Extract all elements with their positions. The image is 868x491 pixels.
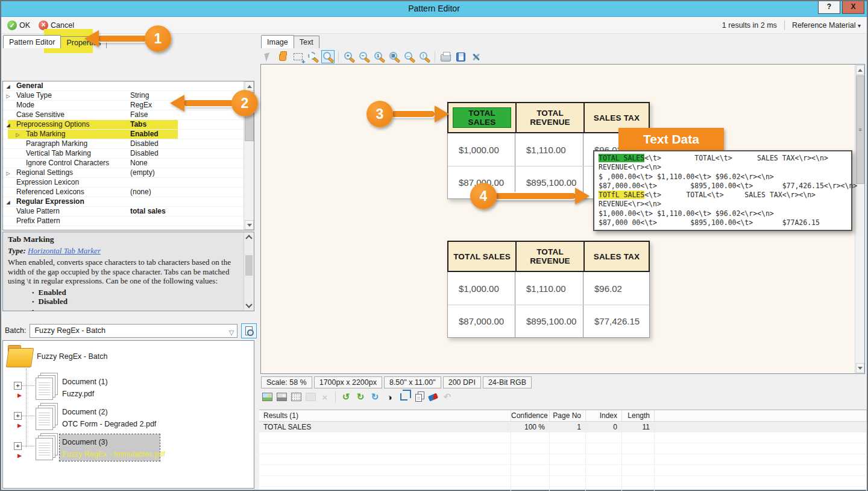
viewer-toolbar: + − 1 ⊞ ↔ ↕	[261, 49, 482, 64]
help-type-link[interactable]: Horizontal Tab Marker	[28, 246, 101, 255]
grayscale-image-icon[interactable]	[275, 391, 288, 403]
result-row[interactable]: TOTAL SALES 100 % 1 0 11	[259, 422, 867, 432]
pan-hand-icon[interactable]	[276, 50, 289, 63]
reference-material-dropdown[interactable]: Reference Material ▾	[792, 21, 861, 30]
expand-icon[interactable]: ◢	[6, 200, 10, 205]
property-row-ignore-control-characters[interactable]: Ignore Control CharactersNone	[3, 159, 254, 168]
print-icon[interactable]	[439, 50, 452, 63]
property-row-regular-expression[interactable]: ◢ Regular Expression	[3, 197, 254, 207]
property-row-paragraph-marking[interactable]: Paragraph MarkingDisabled	[3, 139, 254, 149]
expand-plus-icon[interactable]: +	[14, 382, 22, 390]
select-region-icon[interactable]	[291, 50, 304, 63]
rotate-left-icon[interactable]: ↺	[340, 391, 352, 403]
page-no-column-header[interactable]: Page No	[550, 410, 586, 421]
property-row-value-pattern[interactable]: Value Patterntotal sales	[3, 207, 254, 217]
document-title[interactable]: Document (3)	[62, 438, 108, 446]
batch-tree: Fuzzy RegEx - Batch + ▲ Document (1) Fuz…	[2, 340, 254, 489]
pattern-editor-window: Pattern Editor ? X ✓ OK × Cancel 1 resul…	[0, 0, 868, 491]
document-title[interactable]: Document (1)	[62, 378, 108, 386]
zoom-actual-icon[interactable]: 1	[373, 50, 386, 63]
tab-text[interactable]: Text	[294, 36, 319, 48]
zoom-out-icon[interactable]: −	[357, 50, 371, 63]
property-row-preprocessing-options[interactable]: ◢ Preprocessing OptionsTabs	[3, 120, 254, 130]
scroll-down-icon[interactable]	[245, 220, 254, 230]
scroll-down-icon[interactable]	[856, 363, 864, 373]
help-scrollbar[interactable]	[244, 232, 254, 311]
confidence-column-header[interactable]: Confidence	[511, 410, 550, 421]
callout-2-arrow	[183, 100, 234, 106]
ok-button[interactable]: ✓ OK	[7, 21, 30, 30]
collapse-icon[interactable]: ▷	[6, 93, 10, 99]
preview-document-button[interactable]	[241, 323, 257, 338]
color-image-icon[interactable]	[261, 391, 273, 403]
property-row-prefix-pattern[interactable]: Prefix Pattern	[3, 217, 254, 226]
image-disabled-icon	[304, 391, 316, 403]
callout-1: 1	[145, 25, 171, 52]
property-row-value-type[interactable]: ▷ Value TypeString	[3, 91, 254, 101]
pointer-icon[interactable]	[261, 50, 274, 63]
results-column-header[interactable]: Results (1)	[259, 410, 511, 421]
property-row-expression-lexicon[interactable]: Expression Lexicon	[3, 178, 254, 188]
close-button[interactable]: X	[842, 1, 864, 14]
zoom-fit-icon[interactable]: ⊞	[388, 50, 401, 63]
batch-combobox[interactable]: Fuzzy RegEx - Batch ▽	[30, 324, 237, 338]
zoom-region-icon[interactable]	[306, 50, 319, 63]
length-column-header[interactable]: Length	[622, 410, 655, 421]
callout-1-arrow	[98, 36, 147, 42]
callout-4-arrow	[495, 193, 576, 199]
document-viewer[interactable]: TOTAL SALES TOTAL REVENUE SALES TAX $1,0…	[260, 64, 865, 374]
pdf-icon: ▲	[16, 422, 24, 429]
scrollbar-thumb[interactable]	[245, 255, 253, 276]
expand-plus-icon[interactable]: +	[14, 412, 22, 420]
divider	[784, 21, 785, 30]
document-filename[interactable]: OTC Form - Degraded 2.pdf	[62, 420, 156, 428]
text-data-popup: TOTAL SALES<\t> TOTAL<\t> SALES TAX<\r><…	[593, 150, 852, 231]
results-header-row: Results (1) Confidence Page No Index Len…	[259, 410, 867, 422]
tab-image[interactable]: Image	[261, 35, 294, 48]
property-row-general[interactable]: ◢ General	[3, 81, 254, 91]
collapse-icon[interactable]: ▷	[16, 132, 19, 138]
tab-pattern-editor[interactable]: Pattern Editor	[3, 35, 61, 48]
property-row-vertical-tab-marking[interactable]: Vertical Tab MarkingDisabled	[3, 149, 254, 159]
rotate-right-icon[interactable]: ↻	[354, 391, 366, 403]
scroll-down-icon[interactable]	[245, 301, 252, 308]
expand-icon[interactable]: ◢	[6, 122, 10, 128]
filter-icon[interactable]: ▽	[229, 326, 234, 339]
property-row-case-sensitive[interactable]: Case SensitiveFalse	[3, 110, 254, 120]
index-column-header[interactable]: Index	[586, 410, 622, 421]
scrollbar-thumb[interactable]: ≡	[856, 75, 864, 184]
copy-page-icon[interactable]	[412, 391, 424, 403]
help-button[interactable]: ?	[818, 1, 840, 14]
zoom-in-icon[interactable]: +	[342, 50, 356, 63]
color-depth-status: 24-Bit RGB	[483, 376, 532, 388]
property-row-tab-marking[interactable]: ▷ Tab MarkingEnabled	[3, 130, 254, 139]
help-title: Tab Marking	[8, 235, 239, 244]
crop-icon[interactable]	[398, 391, 410, 403]
tree-item-document-2[interactable]: + ▲ Document (2) OTC Form - Degraded 2.p…	[3, 402, 254, 432]
tree-item-document-3-selected[interactable]: + ▲ Document (3) Fuzzy RegEx - Immutable…	[3, 432, 254, 463]
property-row-referenced-lexicons[interactable]: Referenced Lexicons(none)	[3, 188, 254, 197]
tools-icon[interactable]	[469, 50, 482, 63]
fit-width-icon[interactable]: ↔	[403, 50, 416, 63]
zoom-page-icon[interactable]	[321, 50, 335, 63]
fit-height-icon[interactable]: ↕	[418, 50, 431, 63]
property-row-regional-settings[interactable]: ▷ Regional Settings(empty)	[3, 168, 254, 178]
tree-item-document-1[interactable]: + ▲ Document (1) Fuzzy.pdf	[3, 372, 254, 402]
save-icon[interactable]	[454, 50, 467, 63]
document-filename[interactable]: Fuzzy.pdf	[62, 390, 94, 398]
folder-icon[interactable]	[7, 345, 31, 367]
viewer-scrollbar[interactable]: ≡	[855, 65, 864, 373]
image-status-bar: Scale: 58 % 1700px x 2200px 8.50" x 11.0…	[261, 376, 532, 388]
document-title[interactable]: Document (2)	[62, 408, 108, 416]
scroll-up-icon[interactable]	[856, 65, 864, 75]
collapse-icon[interactable]: ▷	[6, 171, 10, 176]
contrast-icon[interactable]: ◑	[383, 391, 395, 403]
refresh-icon[interactable]: ↻	[369, 391, 381, 403]
halftone-image-icon[interactable]	[290, 391, 302, 403]
tree-root-label[interactable]: Fuzzy RegEx - Batch	[37, 352, 107, 361]
expand-plus-icon[interactable]: +	[14, 442, 22, 450]
document-filename[interactable]: Fuzzy RegEx - Immutables.pdf	[62, 450, 165, 458]
expand-icon[interactable]: ◢	[6, 84, 10, 89]
scroll-up-icon[interactable]	[245, 235, 252, 241]
annotate-pen-icon[interactable]	[427, 391, 439, 403]
